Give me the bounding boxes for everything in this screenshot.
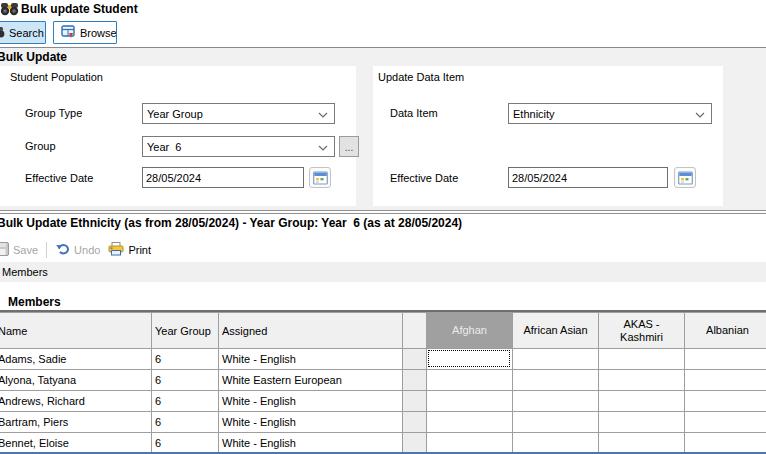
cell-year-group: 6 [152,349,219,370]
group-combobox[interactable]: Year 6 [142,136,335,157]
cell-year-group: 6 [152,391,219,412]
binoculars-icon [0,1,19,20]
ethnicity-cell[interactable] [513,370,599,391]
effective-date-label: Effective Date [25,172,93,184]
print-button[interactable]: Print [108,242,151,258]
bulk-update-window: Bulk update Student Search Browse Bulk U… [0,0,766,454]
search-button[interactable]: Search [0,21,46,44]
chevron-down-icon [318,141,328,153]
undo-button[interactable]: Undo [55,242,100,258]
cell-year-group: 6 [152,433,219,454]
cell-year-group: 6 [152,370,219,391]
ethnicity-cell[interactable] [685,349,766,370]
cell-assigned: White - English [219,433,403,454]
cell-name: Alyona, Tatyana [0,370,152,391]
table-row: Bennet, Eloise6White - English [0,433,766,454]
ethnicity-cell[interactable] [513,412,599,433]
members-tab[interactable]: Members [0,262,766,282]
ethnicity-cell[interactable] [685,433,766,454]
members-table: Name Year Group Assigned Afghan African … [0,312,766,454]
table-row: Bartram, Piers6White - English [0,412,766,433]
column-header-year-group[interactable]: Year Group [152,312,219,349]
members-table-body: Adams, Sadie6White - EnglishAlyona, Taty… [0,349,766,454]
column-header-afghan[interactable]: Afghan [427,312,513,349]
browse-button[interactable]: Browse [53,21,117,44]
ethnicity-cell[interactable] [427,412,513,433]
effective-date-input[interactable] [142,167,304,188]
ethnicity-cell[interactable] [513,433,599,454]
cell-assigned: White - English [219,412,403,433]
table-row: Alyona, Tatyana6White Eastern European [0,370,766,391]
members-table-header: Name Year Group Assigned Afghan African … [0,312,766,349]
ethnicity-cell[interactable] [685,391,766,412]
ethnicity-cell[interactable] [599,412,685,433]
ethnicity-cell[interactable] [685,370,766,391]
spacer-cell [403,370,427,391]
undo-button-label: Undo [74,244,100,256]
cell-name: Adams, Sadie [0,349,152,370]
calendar-icon[interactable] [674,167,696,188]
search-binoculars-icon [0,26,5,40]
spacer-cell [403,433,427,454]
cell-assigned: White - English [219,349,403,370]
ethnicity-cell[interactable] [599,370,685,391]
focused-ethnicity-cell[interactable] [427,349,513,370]
column-header-name[interactable]: Name [0,312,152,349]
student-population-title: Student Population [10,71,103,83]
detail-panel-title: Bulk Update Ethnicity (as from 28/05/202… [0,216,462,230]
undo-icon [55,242,70,258]
cell-name: Bartram, Piers [0,412,152,433]
ethnicity-cell[interactable] [513,391,599,412]
cell-assigned: White - English [219,391,403,412]
group-type-combobox[interactable]: Year Group [142,103,335,124]
cell-year-group: 6 [152,412,219,433]
cell-name: Andrews, Richard [0,391,152,412]
column-header-albanian[interactable]: Albanian [685,312,766,349]
data-item-value: Ethnicity [513,108,555,120]
group-label: Group [25,140,56,152]
cell-name: Bennet, Eloise [0,433,152,454]
spacer-cell [403,349,427,370]
table-row: Andrews, Richard6White - English [0,391,766,412]
update-data-item-title: Update Data Item [378,71,464,83]
print-button-label: Print [128,244,151,256]
group-browse-button[interactable]: ... [339,136,359,157]
column-header-spacer [403,312,427,349]
group-type-label: Group Type [25,107,82,119]
group-type-value: Year Group [147,108,203,120]
print-icon [108,242,124,258]
column-header-assigned[interactable]: Assigned [219,312,403,349]
column-header-akas-kashmiri[interactable]: AKAS - Kashmiri [599,312,685,349]
bulk-update-section-title: Bulk Update [0,50,67,64]
chevron-down-icon [695,108,705,120]
members-section-title: Members [8,295,61,309]
save-button-label: Save [13,244,38,256]
group-value: Year 6 [147,141,181,153]
window-title: Bulk update Student [21,2,138,16]
spacer-cell [403,412,427,433]
ethnicity-cell[interactable] [427,433,513,454]
save-icon [0,242,9,258]
search-button-label: Search [9,27,44,39]
data-item-effective-date-input[interactable] [508,167,668,188]
ethnicity-cell[interactable] [513,349,599,370]
browse-button-label: Browse [80,27,117,39]
ethnicity-cell[interactable] [427,391,513,412]
ethnicity-cell[interactable] [599,391,685,412]
data-item-effective-date-label: Effective Date [390,172,458,184]
data-item-combobox[interactable]: Ethnicity [508,103,712,124]
calendar-icon[interactable] [309,167,331,188]
window-titlebar: Bulk update Student [0,0,766,18]
section-divider [0,210,766,214]
table-row: Adams, Sadie6White - English [0,349,766,370]
ethnicity-cell[interactable] [599,349,685,370]
ethnicity-cell[interactable] [685,412,766,433]
cell-assigned: White Eastern European [219,370,403,391]
ethnicity-cell[interactable] [599,433,685,454]
members-tab-label: Members [2,266,48,278]
save-button[interactable]: Save [0,242,38,258]
column-header-african-asian[interactable]: African Asian [513,312,599,349]
ethnicity-cell[interactable] [427,370,513,391]
spacer-cell [403,391,427,412]
browse-icon [61,25,76,41]
